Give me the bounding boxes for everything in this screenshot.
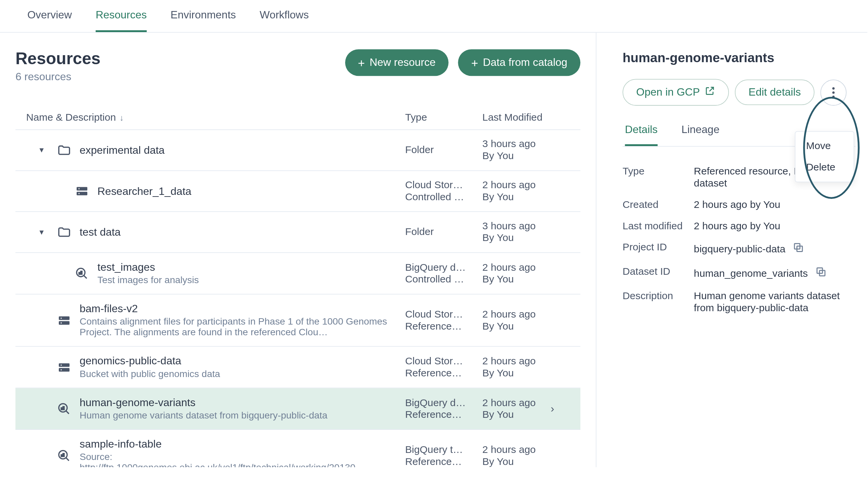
- more-actions-button[interactable]: [820, 79, 846, 105]
- field-label-dataset-id: Dataset ID: [622, 266, 694, 281]
- table-row[interactable]: sample-info-tableSource: http://ftp.1000…: [16, 430, 580, 467]
- resource-modified: 3 hours agoBy You: [482, 138, 589, 162]
- data-from-catalog-button[interactable]: + Data from catalog: [458, 49, 580, 76]
- column-name-header[interactable]: Name & Description ↓: [26, 111, 405, 124]
- plus-icon: +: [358, 57, 365, 69]
- detail-tab-lineage[interactable]: Lineage: [681, 123, 719, 146]
- detail-title: human-genome-variants: [622, 51, 855, 66]
- resource-name: test_images: [97, 261, 398, 273]
- bigquery-icon: [57, 449, 79, 463]
- resource-count: 6 resources: [16, 70, 100, 83]
- svg-rect-10: [59, 368, 69, 372]
- resources-table: Name & Description ↓ Type Last Modified …: [16, 106, 580, 467]
- resource-type: Folder: [405, 226, 482, 238]
- tab-environments[interactable]: Environments: [170, 0, 236, 32]
- copy-icon[interactable]: [815, 266, 827, 281]
- tab-resources[interactable]: Resources: [96, 0, 147, 32]
- bigquery-icon: [75, 266, 97, 281]
- folder-icon: [57, 143, 79, 157]
- edit-details-button[interactable]: Edit details: [735, 79, 814, 105]
- svg-point-3: [78, 193, 80, 194]
- svg-point-8: [61, 322, 62, 323]
- detail-tab-details[interactable]: Details: [625, 123, 658, 146]
- tab-workflows[interactable]: Workflows: [259, 0, 309, 32]
- svg-point-2: [78, 188, 80, 190]
- sort-arrow-down-icon: ↓: [119, 112, 123, 122]
- resource-name: bam-files-v2: [80, 303, 398, 315]
- storage-icon: [57, 360, 79, 374]
- resource-modified: 3 hours agoBy You: [482, 220, 589, 244]
- resource-type: BigQuery d…Controlled …: [405, 261, 482, 285]
- resource-name: sample-info-table: [80, 438, 398, 451]
- column-type-header[interactable]: Type: [405, 111, 482, 124]
- field-label-description: Description: [622, 290, 694, 314]
- page-title: Resources: [16, 49, 100, 68]
- resource-type: Cloud Stor…Reference…: [405, 355, 482, 379]
- svg-rect-1: [76, 192, 87, 196]
- resource-modified: 2 hours agoBy You: [482, 397, 589, 420]
- field-value-dataset-id: human_genome_variants: [694, 267, 808, 280]
- field-label-modified: Last modified: [622, 220, 694, 232]
- resource-description: Source: http://ftp.1000genomes.ebi.ac.uk…: [80, 452, 398, 467]
- svg-point-7: [61, 317, 62, 319]
- field-value-created: 2 hours ago by You: [694, 199, 780, 211]
- menu-item-delete[interactable]: Delete: [796, 157, 854, 178]
- table-row[interactable]: ▼test dataFolder3 hours agoBy You: [16, 212, 580, 253]
- folder-icon: [57, 225, 79, 239]
- new-resource-label: New resource: [370, 57, 435, 69]
- column-name-label: Name & Description: [26, 111, 116, 124]
- resource-modified: 2 hours agoBy You: [482, 179, 589, 203]
- detail-pane: human-genome-variants Open in GCP Edit d…: [596, 33, 867, 467]
- chevron-right-icon: ›: [551, 402, 554, 415]
- resource-type: Cloud Stor…Reference…: [405, 309, 482, 332]
- field-label-type: Type: [622, 166, 694, 190]
- svg-rect-0: [76, 187, 87, 191]
- plus-icon: +: [471, 57, 478, 69]
- svg-rect-6: [59, 321, 69, 325]
- svg-point-11: [61, 364, 62, 366]
- resource-description: Human genome variants dataset from bigqu…: [80, 410, 398, 421]
- resource-description: Test images for analysis: [97, 275, 398, 285]
- resource-modified: 2 hours agoBy You: [482, 355, 589, 379]
- storage-icon: [75, 184, 97, 198]
- dots-vertical-icon: [832, 87, 835, 98]
- svg-rect-5: [59, 316, 69, 320]
- copy-icon[interactable]: [793, 242, 804, 256]
- edit-details-label: Edit details: [749, 86, 801, 99]
- field-label-project-id: Project ID: [622, 242, 694, 256]
- resources-pane: Resources 6 resources + New resource + D…: [0, 33, 596, 467]
- new-resource-button[interactable]: + New resource: [345, 49, 448, 76]
- table-row[interactable]: test_imagesTest images for analysisBigQu…: [16, 253, 580, 294]
- resource-modified: 2 hours agoBy You: [482, 261, 589, 285]
- resource-modified: 2 hours agoBy You: [482, 444, 589, 467]
- open-in-gcp-label: Open in GCP: [636, 86, 700, 99]
- storage-icon: [57, 313, 79, 328]
- tab-overview[interactable]: Overview: [27, 0, 72, 32]
- more-actions-menu: Move Delete: [795, 131, 854, 182]
- detail-fields: Type Referenced resource, BigQuery datas…: [622, 161, 855, 319]
- resource-modified: 2 hours agoBy You: [482, 309, 589, 332]
- table-row[interactable]: genomics-public-dataBucket with public g…: [16, 347, 580, 388]
- resource-type: Cloud Stor…Controlled …: [405, 179, 482, 203]
- top-nav-tabs: Overview Resources Environments Workflow…: [0, 0, 867, 33]
- resource-name: human-genome-variants: [80, 396, 398, 409]
- resource-name: test data: [80, 226, 398, 238]
- caret-down-icon[interactable]: ▼: [38, 228, 45, 236]
- column-modified-header[interactable]: Last Modified: [482, 111, 589, 124]
- resource-name: experimental data: [80, 144, 398, 156]
- field-label-created: Created: [622, 199, 694, 211]
- field-value-modified: 2 hours ago by You: [694, 220, 780, 232]
- table-row[interactable]: human-genome-variantsHuman genome varian…: [16, 388, 580, 430]
- resource-type: BigQuery t…Reference…: [405, 444, 482, 467]
- resource-description: Contains alignment files for participant…: [80, 317, 398, 338]
- open-in-gcp-button[interactable]: Open in GCP: [622, 79, 729, 106]
- table-row[interactable]: bam-files-v2Contains alignment files for…: [16, 294, 580, 347]
- field-value-project-id: bigquery-public-data: [694, 243, 785, 255]
- table-row[interactable]: Researcher_1_dataCloud Stor…Controlled ……: [16, 171, 580, 212]
- caret-down-icon[interactable]: ▼: [38, 146, 45, 154]
- resource-type: BigQuery d…Reference…: [405, 397, 482, 420]
- resource-name: Researcher_1_data: [97, 185, 398, 197]
- table-row[interactable]: ▼experimental dataFolder3 hours agoBy Yo…: [16, 130, 580, 171]
- menu-item-move[interactable]: Move: [796, 135, 854, 157]
- resource-type: Folder: [405, 144, 482, 156]
